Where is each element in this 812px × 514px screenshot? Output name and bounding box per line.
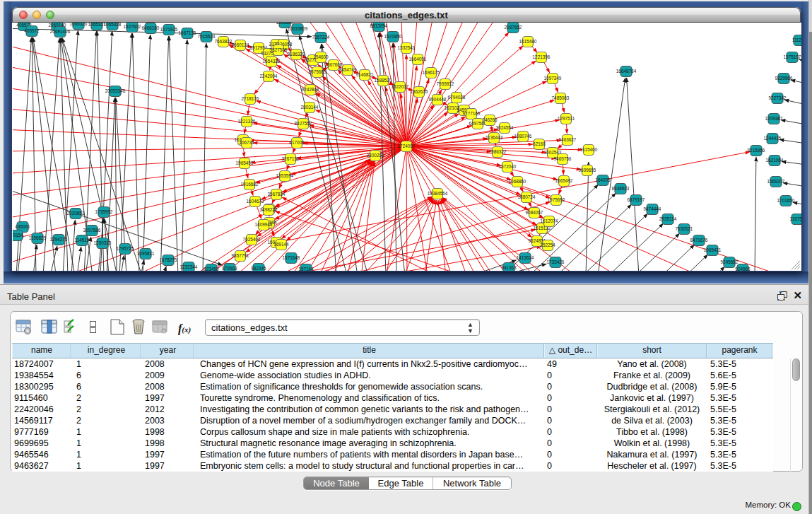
- svg-text:2087652: 2087652: [505, 25, 522, 30]
- svg-text:169144: 169144: [273, 242, 289, 247]
- svg-text:923450: 923450: [204, 267, 219, 271]
- svg-text:1569207: 1569207: [767, 179, 785, 184]
- svg-text:1297511: 1297511: [558, 116, 575, 121]
- svg-text:1221396: 1221396: [533, 54, 551, 59]
- svg-text:2020653: 2020653: [67, 211, 85, 216]
- svg-text:7632621: 7632621: [676, 226, 693, 231]
- svg-text:1332541: 1332541: [398, 45, 416, 50]
- svg-text:1572040: 1572040: [499, 164, 517, 169]
- svg-text:157164: 157164: [298, 267, 314, 271]
- svg-text:1250313: 1250313: [94, 240, 112, 245]
- svg-text:1965493: 1965493: [236, 160, 254, 165]
- svg-text:1244415: 1244415: [764, 136, 782, 141]
- svg-text:1571648: 1571648: [283, 255, 300, 260]
- svg-text:8938923: 8938923: [612, 186, 630, 191]
- svg-text:9474444: 9474444: [644, 206, 661, 211]
- svg-text:2935114: 2935114: [659, 216, 677, 221]
- svg-text:1232344: 1232344: [180, 264, 198, 269]
- svg-text:116753: 116753: [790, 216, 801, 221]
- svg-text:2367608: 2367608: [325, 62, 343, 67]
- svg-text:9242848: 9242848: [302, 87, 319, 92]
- svg-text:9465756: 9465756: [554, 156, 572, 161]
- svg-text:1362615: 1362615: [411, 89, 428, 94]
- svg-text:7357224: 7357224: [312, 35, 330, 40]
- svg-text:1065411: 1065411: [704, 247, 722, 252]
- svg-text:1735992: 1735992: [95, 209, 113, 214]
- svg-text:435061: 435061: [15, 224, 30, 229]
- svg-text:879563: 879563: [222, 266, 237, 271]
- svg-text:1654332: 1654332: [263, 59, 281, 64]
- svg-text:1294275: 1294275: [50, 237, 68, 242]
- svg-text:3267130: 3267130: [282, 156, 300, 161]
- svg-text:1733426: 1733426: [547, 259, 565, 264]
- svg-text:1221336: 1221336: [238, 119, 256, 124]
- svg-text:7625402: 7625402: [243, 237, 261, 242]
- svg-text:9146821: 9146821: [356, 72, 374, 77]
- svg-text:9084067: 9084067: [526, 210, 543, 215]
- svg-text:924565: 924565: [735, 267, 751, 271]
- svg-text:2803144: 2803144: [301, 105, 319, 110]
- svg-text:1527602: 1527602: [124, 24, 141, 29]
- svg-text:16648784: 16648784: [616, 69, 637, 74]
- svg-text:20053346: 20053346: [105, 88, 126, 93]
- svg-text:20691406: 20691406: [50, 29, 71, 34]
- svg-text:1665492: 1665492: [555, 178, 573, 183]
- svg-text:164095: 164095: [595, 177, 611, 182]
- svg-text:1080746: 1080746: [514, 134, 532, 139]
- svg-text:9777169: 9777169: [463, 111, 481, 116]
- svg-text:252254: 252254: [540, 243, 555, 247]
- svg-text:1065326: 1065326: [70, 23, 88, 26]
- svg-text:1615480: 1615480: [519, 39, 537, 44]
- svg-text:39154: 39154: [13, 233, 23, 238]
- svg-text:3498222: 3498222: [260, 207, 278, 212]
- svg-text:1575107: 1575107: [784, 54, 801, 59]
- svg-text:16033809: 16033809: [288, 26, 308, 31]
- svg-text:2242004: 2242004: [260, 74, 278, 78]
- svg-text:1068860: 1068860: [509, 179, 526, 184]
- svg-text:1588520: 1588520: [375, 78, 392, 83]
- svg-text:1696175: 1696175: [423, 70, 440, 75]
- svg-text:1880724: 1880724: [518, 194, 536, 199]
- svg-text:3322037: 3322037: [392, 84, 409, 89]
- svg-text:8427552: 8427552: [295, 121, 312, 126]
- svg-text:1612074: 1612074: [541, 218, 558, 223]
- svg-text:6466160: 6466160: [142, 25, 160, 30]
- svg-text:1724007: 1724007: [398, 144, 416, 148]
- svg-text:6794028: 6794028: [448, 95, 466, 100]
- svg-text:9227342: 9227342: [769, 95, 787, 100]
- svg-text:1664091: 1664091: [409, 57, 427, 62]
- svg-text:1065328: 1065328: [104, 23, 122, 27]
- svg-text:1678275: 1678275: [160, 257, 177, 262]
- svg-text:982345: 982345: [251, 266, 266, 271]
- svg-text:1975692: 1975692: [548, 197, 565, 202]
- svg-text:7663822: 7663822: [215, 39, 233, 44]
- svg-text:3624554: 3624554: [496, 125, 514, 130]
- svg-text:2136443: 2136443: [486, 135, 503, 140]
- svg-text:1701650: 1701650: [777, 198, 795, 203]
- svg-text:19384554: 19384554: [428, 191, 448, 196]
- svg-text:1409948: 1409948: [255, 222, 273, 227]
- svg-text:2718176: 2718176: [242, 96, 259, 101]
- svg-text:3575685: 3575685: [309, 69, 326, 74]
- svg-text:8215956: 8215956: [748, 148, 765, 153]
- svg-text:9463627: 9463627: [559, 137, 577, 142]
- svg-text:7955812: 7955812: [437, 81, 454, 86]
- svg-text:405572: 405572: [24, 28, 40, 33]
- svg-text:1413614: 1413614: [517, 255, 534, 260]
- svg-text:62160: 62160: [533, 141, 546, 146]
- svg-text:111275: 111275: [792, 37, 801, 42]
- svg-text:1095811: 1095811: [137, 251, 155, 256]
- svg-text:9329966: 9329966: [775, 76, 793, 81]
- svg-text:1921850: 1921850: [384, 34, 402, 39]
- svg-text:8660124: 8660124: [232, 42, 249, 47]
- svg-text:9699695: 9699695: [579, 168, 596, 173]
- svg-text:1209387: 1209387: [765, 116, 783, 121]
- svg-text:114519: 114519: [75, 238, 90, 243]
- svg-text:1353594: 1353594: [276, 173, 294, 178]
- svg-text:3097586: 3097586: [83, 228, 101, 233]
- svg-text:1097349: 1097349: [544, 76, 562, 81]
- svg-text:2300203: 2300203: [367, 153, 384, 158]
- svg-text:1667135: 1667135: [179, 30, 196, 35]
- svg-text:8471676: 8471676: [690, 238, 708, 243]
- svg-text:3567834: 3567834: [268, 192, 286, 197]
